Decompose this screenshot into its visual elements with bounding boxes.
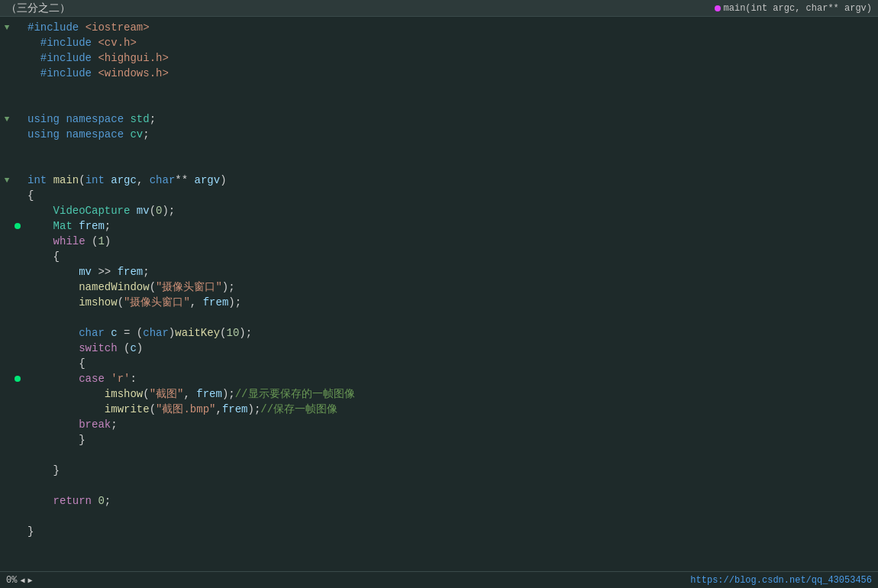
token-kw-include: #include xyxy=(40,52,92,64)
breakpoint-gutter xyxy=(14,356,21,371)
token-kw-header: <iostream> xyxy=(86,21,150,34)
code-content: { xyxy=(21,188,878,203)
table-row: mv >> frem; xyxy=(0,264,878,279)
token-plain xyxy=(27,205,53,217)
top-bar-function-label: main(int argc, char** argv) xyxy=(724,3,872,14)
token-plain: ( xyxy=(86,235,98,247)
breakpoint-gutter xyxy=(14,478,21,493)
token-var: frem xyxy=(196,388,222,400)
token-plain xyxy=(27,342,79,354)
token-plain: ( xyxy=(143,388,149,400)
code-content: } xyxy=(21,463,878,478)
token-plain: ; xyxy=(143,128,149,141)
table-row: #include <cv.h> xyxy=(0,35,878,50)
fold-gutter[interactable]: ▼ xyxy=(0,111,14,127)
breakpoint-gutter xyxy=(14,463,21,478)
fold-gutter xyxy=(0,310,14,325)
token-var: mv xyxy=(79,266,92,278)
token-plain xyxy=(27,67,40,79)
token-plain: ; xyxy=(228,388,234,400)
table-row: ▼#include <iostream> xyxy=(0,20,878,35)
scroll-left-btn[interactable]: ◀ xyxy=(20,576,24,585)
code-content: VideoCapture mv(0); xyxy=(21,203,878,218)
token-plain xyxy=(27,388,105,400)
table-row xyxy=(0,310,878,325)
fold-gutter xyxy=(0,142,14,157)
code-content: Mat frem; xyxy=(21,218,878,234)
token-kw-header: <cv.h> xyxy=(98,37,136,49)
scroll-right-btn[interactable]: ▶ xyxy=(27,576,32,585)
token-kw-type: Mat xyxy=(53,220,73,232)
breakpoint-gutter xyxy=(14,157,21,173)
token-plain: ( xyxy=(150,403,156,415)
fold-gutter xyxy=(0,524,14,539)
fold-gutter xyxy=(0,249,14,264)
breakpoint-gutter xyxy=(14,325,21,341)
code-content: { xyxy=(21,249,878,264)
table-row: Mat frem; xyxy=(0,218,878,234)
code-content xyxy=(21,157,878,173)
token-plain xyxy=(27,52,40,64)
breakpoint-gutter xyxy=(14,111,21,127)
table-row: char c = (char)waitKey(10); xyxy=(0,325,878,341)
token-kw-return: return xyxy=(53,495,92,507)
token-plain: ( xyxy=(118,342,131,354)
token-plain: ; xyxy=(143,266,149,278)
table-row: switch (c) xyxy=(0,341,878,356)
token-plain: ; xyxy=(105,220,111,232)
code-content: int main(int argc, char** argv) xyxy=(21,173,878,188)
breakpoint-gutter xyxy=(14,81,21,96)
fold-gutter xyxy=(0,127,14,142)
top-bar-right: main(int argc, char** argv) xyxy=(715,3,872,14)
url-label: https://blog.csdn.net/qq_43053456 xyxy=(690,575,872,586)
token-plain: ) xyxy=(169,327,175,339)
fold-gutter xyxy=(0,50,14,66)
code-content xyxy=(21,142,878,157)
token-plain: { xyxy=(27,250,60,263)
breakpoint-gutter xyxy=(14,218,21,234)
token-plain: ; xyxy=(150,113,156,125)
code-content: using namespace cv; xyxy=(21,127,878,142)
token-plain xyxy=(27,220,53,232)
breakpoint-gutter xyxy=(14,50,21,66)
code-content xyxy=(21,310,878,325)
breakpoint-gutter xyxy=(14,203,21,218)
fold-gutter xyxy=(0,279,14,295)
code-content: } xyxy=(21,524,878,539)
code-content: using namespace std; xyxy=(21,111,878,127)
fold-gutter xyxy=(0,509,14,524)
token-kw-switch: switch xyxy=(79,342,117,354)
table-row: ▼int main(int argc, char** argv) xyxy=(0,173,878,188)
code-content: char c = (char)waitKey(10); xyxy=(21,325,878,341)
fold-gutter[interactable]: ▼ xyxy=(0,20,14,35)
breakpoint-gutter xyxy=(14,295,21,310)
token-number: 10 xyxy=(226,327,239,339)
token-plain xyxy=(79,21,85,34)
fold-gutter[interactable]: ▼ xyxy=(0,173,14,188)
code-content: while (1) xyxy=(21,234,878,249)
code-area[interactable]: ▼#include <iostream> #include <cv.h> #in… xyxy=(0,17,878,571)
breakpoint-gutter xyxy=(14,234,21,249)
fold-gutter xyxy=(0,218,14,234)
table-row: { xyxy=(0,188,878,203)
table-row: { xyxy=(0,249,878,264)
token-var: argv xyxy=(195,174,221,186)
table-row: imshow("摄像头窗口", frem); xyxy=(0,295,878,310)
token-kw-include: #include xyxy=(40,37,92,49)
code-content: namedWindow("摄像头窗口"); xyxy=(21,279,878,295)
token-plain: { xyxy=(27,357,86,370)
token-kw-header: <windows.h> xyxy=(98,67,168,79)
breakpoint-gutter xyxy=(14,188,21,203)
table-row xyxy=(0,478,878,493)
token-string: "截图.bmp" xyxy=(156,403,215,415)
token-plain: } xyxy=(27,434,86,446)
token-plain: , xyxy=(190,296,203,309)
token-plain xyxy=(105,327,111,339)
fold-gutter xyxy=(0,493,14,509)
fold-gutter xyxy=(0,35,14,50)
token-plain: ); xyxy=(228,296,241,309)
table-row xyxy=(0,509,878,524)
code-content: #include <cv.h> xyxy=(21,35,878,50)
fold-gutter xyxy=(0,325,14,341)
table-row: ▼using namespace std; xyxy=(0,111,878,127)
